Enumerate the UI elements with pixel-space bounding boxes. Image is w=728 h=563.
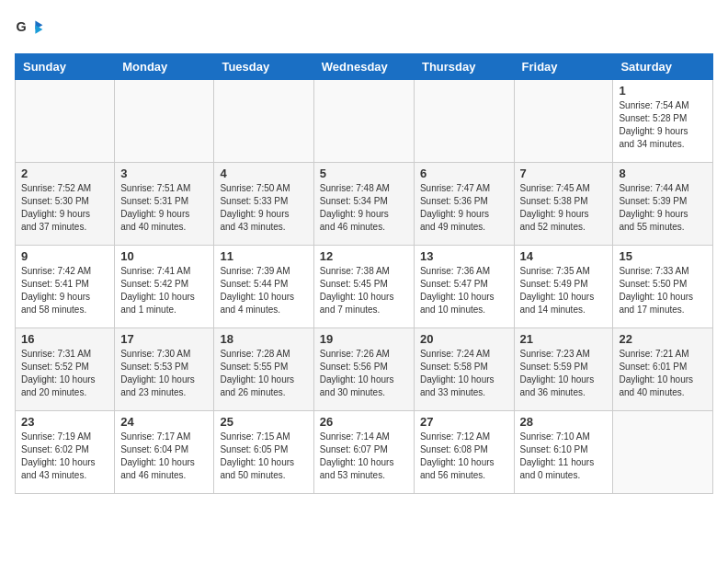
calendar-cell: 7Sunrise: 7:45 AM Sunset: 5:38 PM Daylig… [514, 163, 613, 246]
calendar-cell: 18Sunrise: 7:28 AM Sunset: 5:55 PM Dayli… [214, 328, 313, 411]
cell-info: Sunrise: 7:48 AM Sunset: 5:34 PM Dayligh… [320, 182, 408, 234]
day-number: 19 [320, 332, 408, 346]
calendar-cell: 28Sunrise: 7:10 AM Sunset: 6:10 PM Dayli… [514, 411, 613, 494]
calendar-week-row: 16Sunrise: 7:31 AM Sunset: 5:52 PM Dayli… [16, 328, 713, 411]
cell-info: Sunrise: 7:19 AM Sunset: 6:02 PM Dayligh… [21, 431, 108, 482]
cell-info: Sunrise: 7:14 AM Sunset: 6:07 PM Dayligh… [320, 431, 408, 482]
cell-info: Sunrise: 7:51 AM Sunset: 5:31 PM Dayligh… [120, 182, 208, 234]
calendar-week-row: 1Sunrise: 7:54 AM Sunset: 5:28 PM Daylig… [16, 80, 713, 163]
day-number: 4 [220, 167, 307, 180]
weekday-header-friday: Friday [514, 54, 613, 80]
calendar-cell: 22Sunrise: 7:21 AM Sunset: 6:01 PM Dayli… [613, 328, 713, 411]
calendar-cell [115, 80, 214, 163]
cell-info: Sunrise: 7:23 AM Sunset: 5:59 PM Dayligh… [520, 348, 608, 399]
cell-info: Sunrise: 7:47 AM Sunset: 5:36 PM Dayligh… [420, 182, 508, 234]
day-number: 12 [320, 249, 408, 263]
calendar-cell: 25Sunrise: 7:15 AM Sunset: 6:05 PM Dayli… [214, 411, 313, 494]
cell-info: Sunrise: 7:10 AM Sunset: 6:10 PM Dayligh… [520, 431, 608, 482]
cell-info: Sunrise: 7:33 AM Sunset: 5:50 PM Dayligh… [619, 265, 707, 316]
day-number: 5 [320, 167, 408, 180]
calendar-cell: 2Sunrise: 7:52 AM Sunset: 5:30 PM Daylig… [16, 163, 115, 246]
calendar-cell [414, 80, 514, 163]
calendar-cell: 16Sunrise: 7:31 AM Sunset: 5:52 PM Dayli… [16, 328, 115, 411]
calendar-cell: 19Sunrise: 7:26 AM Sunset: 5:56 PM Dayli… [313, 328, 414, 411]
cell-info: Sunrise: 7:21 AM Sunset: 6:01 PM Dayligh… [619, 348, 707, 399]
cell-info: Sunrise: 7:52 AM Sunset: 5:30 PM Dayligh… [21, 182, 108, 234]
calendar-cell: 20Sunrise: 7:24 AM Sunset: 5:58 PM Dayli… [414, 328, 514, 411]
cell-info: Sunrise: 7:44 AM Sunset: 5:39 PM Dayligh… [619, 182, 707, 234]
cell-info: Sunrise: 7:39 AM Sunset: 5:44 PM Dayligh… [220, 265, 307, 316]
day-number: 3 [120, 167, 208, 180]
cell-info: Sunrise: 7:50 AM Sunset: 5:33 PM Dayligh… [220, 182, 307, 234]
calendar-cell: 17Sunrise: 7:30 AM Sunset: 5:53 PM Dayli… [115, 328, 214, 411]
day-number: 18 [220, 332, 307, 346]
svg-text:G: G [17, 19, 27, 34]
calendar-cell: 14Sunrise: 7:35 AM Sunset: 5:49 PM Dayli… [514, 246, 613, 328]
day-number: 13 [420, 249, 508, 263]
day-number: 21 [520, 332, 608, 346]
day-number: 10 [120, 249, 208, 263]
weekday-header-monday: Monday [115, 54, 214, 80]
calendar-cell: 5Sunrise: 7:48 AM Sunset: 5:34 PM Daylig… [313, 163, 414, 246]
cell-info: Sunrise: 7:54 AM Sunset: 5:28 PM Dayligh… [619, 99, 707, 151]
calendar-cell: 8Sunrise: 7:44 AM Sunset: 5:39 PM Daylig… [613, 163, 713, 246]
page-header: G [15, 15, 713, 44]
day-number: 7 [520, 167, 608, 180]
day-number: 26 [320, 415, 408, 429]
weekday-header-thursday: Thursday [414, 54, 514, 80]
day-number: 16 [21, 332, 108, 346]
cell-info: Sunrise: 7:41 AM Sunset: 5:42 PM Dayligh… [120, 265, 208, 316]
weekday-header-tuesday: Tuesday [214, 54, 313, 80]
weekday-header-sunday: Sunday [16, 54, 115, 80]
cell-info: Sunrise: 7:24 AM Sunset: 5:58 PM Dayligh… [420, 348, 508, 399]
day-number: 14 [520, 249, 608, 263]
cell-info: Sunrise: 7:12 AM Sunset: 6:08 PM Dayligh… [420, 431, 508, 482]
cell-info: Sunrise: 7:26 AM Sunset: 5:56 PM Dayligh… [320, 348, 408, 399]
calendar-cell: 21Sunrise: 7:23 AM Sunset: 5:59 PM Dayli… [514, 328, 613, 411]
calendar-week-row: 23Sunrise: 7:19 AM Sunset: 6:02 PM Dayli… [16, 411, 713, 494]
calendar-cell [214, 80, 313, 163]
calendar-cell: 24Sunrise: 7:17 AM Sunset: 6:04 PM Dayli… [115, 411, 214, 494]
calendar-cell: 13Sunrise: 7:36 AM Sunset: 5:47 PM Dayli… [414, 246, 514, 328]
day-number: 27 [420, 415, 508, 429]
cell-info: Sunrise: 7:42 AM Sunset: 5:41 PM Dayligh… [21, 265, 108, 316]
day-number: 6 [420, 167, 508, 180]
calendar-week-row: 9Sunrise: 7:42 AM Sunset: 5:41 PM Daylig… [16, 246, 713, 328]
calendar-cell: 9Sunrise: 7:42 AM Sunset: 5:41 PM Daylig… [16, 246, 115, 328]
calendar-cell [313, 80, 414, 163]
calendar-cell: 26Sunrise: 7:14 AM Sunset: 6:07 PM Dayli… [313, 411, 414, 494]
day-number: 9 [21, 249, 108, 263]
cell-info: Sunrise: 7:30 AM Sunset: 5:53 PM Dayligh… [120, 348, 208, 399]
calendar-cell: 1Sunrise: 7:54 AM Sunset: 5:28 PM Daylig… [613, 80, 713, 163]
calendar-table: SundayMondayTuesdayWednesdayThursdayFrid… [15, 53, 713, 494]
day-number: 1 [619, 84, 707, 98]
day-number: 24 [120, 415, 208, 429]
cell-info: Sunrise: 7:45 AM Sunset: 5:38 PM Dayligh… [520, 182, 608, 234]
cell-info: Sunrise: 7:35 AM Sunset: 5:49 PM Dayligh… [520, 265, 608, 316]
calendar-cell: 27Sunrise: 7:12 AM Sunset: 6:08 PM Dayli… [414, 411, 514, 494]
calendar-cell [514, 80, 613, 163]
calendar-cell: 4Sunrise: 7:50 AM Sunset: 5:33 PM Daylig… [214, 163, 313, 246]
calendar-cell: 6Sunrise: 7:47 AM Sunset: 5:36 PM Daylig… [414, 163, 514, 246]
calendar-cell: 12Sunrise: 7:38 AM Sunset: 5:45 PM Dayli… [313, 246, 414, 328]
logo-icon: G [15, 15, 44, 44]
cell-info: Sunrise: 7:15 AM Sunset: 6:05 PM Dayligh… [220, 431, 307, 482]
cell-info: Sunrise: 7:28 AM Sunset: 5:55 PM Dayligh… [220, 348, 307, 399]
day-number: 2 [21, 167, 108, 180]
calendar-cell: 3Sunrise: 7:51 AM Sunset: 5:31 PM Daylig… [115, 163, 214, 246]
cell-info: Sunrise: 7:31 AM Sunset: 5:52 PM Dayligh… [21, 348, 108, 399]
day-number: 15 [619, 249, 707, 263]
day-number: 25 [220, 415, 307, 429]
weekday-header-wednesday: Wednesday [313, 54, 414, 80]
day-number: 23 [21, 415, 108, 429]
day-number: 11 [220, 249, 307, 263]
weekday-header-row: SundayMondayTuesdayWednesdayThursdayFrid… [16, 54, 713, 80]
cell-info: Sunrise: 7:17 AM Sunset: 6:04 PM Dayligh… [120, 431, 208, 482]
day-number: 8 [619, 167, 707, 180]
calendar-cell: 10Sunrise: 7:41 AM Sunset: 5:42 PM Dayli… [115, 246, 214, 328]
calendar-cell: 11Sunrise: 7:39 AM Sunset: 5:44 PM Dayli… [214, 246, 313, 328]
day-number: 17 [120, 332, 208, 346]
day-number: 20 [420, 332, 508, 346]
logo: G [15, 15, 48, 44]
calendar-cell [613, 411, 713, 494]
